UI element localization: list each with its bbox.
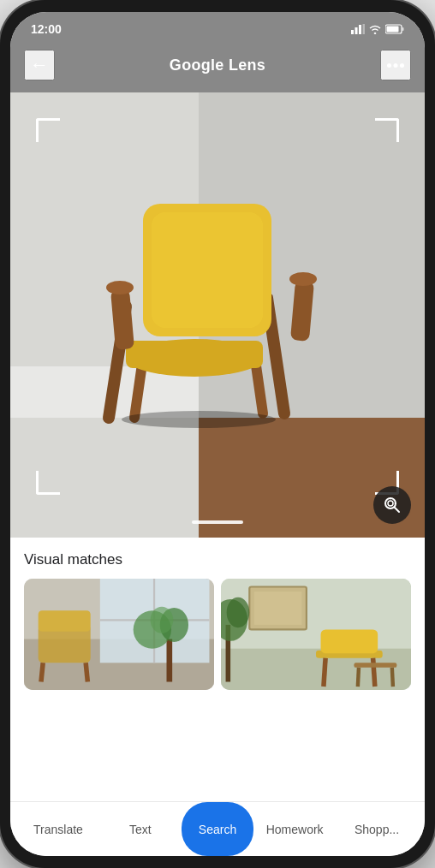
svg-point-29: [388, 501, 393, 506]
svg-rect-19: [126, 341, 263, 368]
more-icon: [387, 63, 404, 68]
svg-rect-55: [321, 629, 378, 653]
lens-search-icon: [382, 495, 402, 515]
card-2-illustration: [221, 579, 411, 690]
more-button[interactable]: [380, 50, 411, 80]
svg-point-51: [227, 597, 250, 628]
svg-rect-21: [152, 212, 263, 328]
phone-screen: 12:00: [10, 12, 425, 856]
signal-icon: [351, 24, 365, 34]
card-1-illustration: [24, 579, 214, 690]
svg-point-26: [122, 411, 276, 428]
svg-line-58: [392, 668, 393, 687]
back-button[interactable]: ←: [24, 50, 55, 80]
svg-line-40: [86, 663, 87, 681]
tab-text[interactable]: Text: [99, 802, 182, 856]
top-bar: ← Google Lens: [10, 43, 425, 92]
svg-line-54: [373, 658, 375, 687]
svg-marker-2: [359, 25, 361, 34]
app-title: Google Lens: [170, 56, 265, 74]
camera-area: [10, 92, 425, 538]
status-time: 12:00: [31, 22, 62, 36]
tab-search[interactable]: Search: [182, 802, 253, 856]
visual-matches-title: Visual matches: [24, 551, 411, 568]
svg-marker-0: [351, 30, 354, 34]
tab-translate-label: Translate: [33, 823, 83, 836]
handle-bar: [192, 520, 243, 524]
tab-translate[interactable]: Translate: [17, 802, 99, 856]
tab-search-label: Search: [199, 823, 236, 836]
chair-image: [10, 92, 425, 538]
svg-rect-48: [254, 592, 302, 625]
svg-line-39: [41, 663, 43, 681]
lens-search-button[interactable]: [373, 486, 411, 524]
tab-homework-label: Homework: [266, 823, 324, 836]
wifi-icon: [368, 24, 382, 34]
status-bar: 12:00: [10, 12, 425, 43]
tab-shopping[interactable]: Shopp...: [336, 802, 418, 856]
tab-homework[interactable]: Homework: [253, 802, 336, 856]
svg-point-30: [390, 498, 391, 500]
svg-point-9: [400, 63, 404, 68]
app-title-regular: Google: [170, 56, 229, 74]
room-background: [10, 92, 425, 538]
svg-rect-38: [39, 610, 91, 631]
svg-point-8: [393, 63, 397, 68]
results-area: Visual matches 🏷 $129: [10, 538, 425, 801]
match-card-1[interactable]: 🏷 $129: [24, 579, 214, 690]
battery-icon: [385, 24, 404, 34]
svg-point-44: [151, 607, 174, 633]
svg-line-53: [324, 658, 325, 687]
svg-marker-3: [363, 24, 366, 34]
svg-point-31: [395, 502, 396, 504]
svg-line-57: [358, 668, 359, 687]
match-card-2[interactable]: 🏷 $140: [221, 579, 411, 690]
svg-marker-1: [355, 27, 358, 34]
svg-line-28: [395, 508, 400, 513]
phone-frame: 12:00: [0, 0, 435, 868]
matches-grid: 🏷 $129: [24, 579, 411, 801]
svg-point-23: [106, 281, 134, 294]
svg-point-7: [387, 63, 391, 68]
svg-rect-5: [387, 27, 399, 33]
status-icons: [351, 24, 404, 34]
svg-rect-6: [402, 27, 404, 31]
svg-rect-41: [167, 639, 173, 682]
svg-rect-56: [354, 663, 396, 668]
svg-point-25: [289, 272, 317, 286]
bottom-tabs: Translate Text Search Homework Shopp...: [10, 801, 425, 856]
tab-shopping-label: Shopp...: [355, 823, 399, 836]
tab-text-label: Text: [129, 823, 152, 836]
app-title-bold: Lens: [229, 56, 265, 74]
